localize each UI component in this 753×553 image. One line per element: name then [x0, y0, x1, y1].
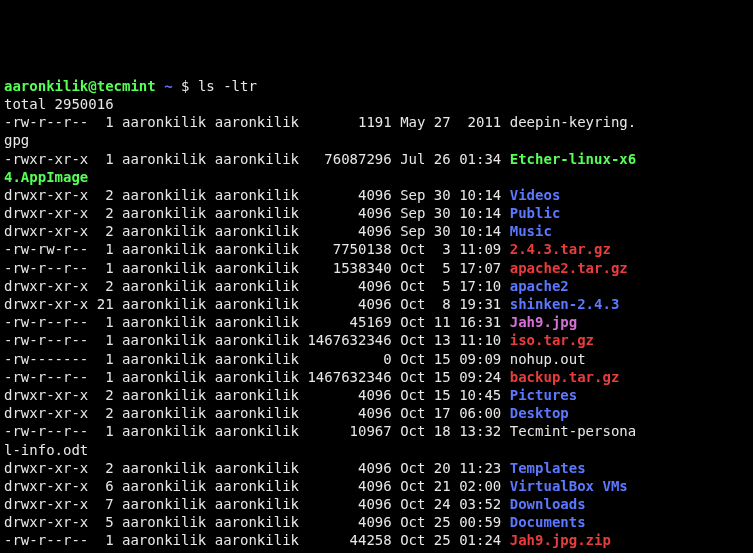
ls-meta: drwxr-xr-x 21 aaronkilik aaronkilik 4096… [4, 296, 510, 312]
ls-row: -rw-r--r-- 1 aaronkilik aaronkilik 14676… [4, 331, 749, 349]
ls-row: drwxr-xr-x 2 aaronkilik aaronkilik 4096 … [4, 204, 749, 222]
ls-meta: -rw-r--r-- 1 aaronkilik aaronkilik 44258… [4, 532, 510, 548]
ls-filename: Jah9.jpg [510, 314, 577, 330]
ls-row: -rw-r--r-- 1 aaronkilik aaronkilik 15383… [4, 259, 749, 277]
ls-filename-wrap: gpg [4, 132, 29, 148]
ls-row: drwxr-xr-x 6 aaronkilik aaronkilik 4096 … [4, 477, 749, 495]
terminal[interactable]: aaronkilik@tecmint ~ $ ls -ltrtotal 2950… [4, 77, 749, 553]
ls-filename: Desktop [510, 405, 569, 421]
ls-filename: 2.4.3.tar.gz [510, 241, 611, 257]
ls-row: drwxr-xr-x 2 aaronkilik aaronkilik 4096 … [4, 459, 749, 477]
ls-meta: -rw-r--r-- 1 aaronkilik aaronkilik 14676… [4, 332, 510, 348]
ls-filename: Videos [510, 187, 561, 203]
prompt-cwd: ~ [164, 78, 172, 94]
ls-meta: -rwxr-xr-x 1 aaronkilik aaronkilik 76087… [4, 151, 510, 167]
ls-filename: apache2 [510, 278, 569, 294]
ls-meta: drwxr-xr-x 2 aaronkilik aaronkilik 4096 … [4, 460, 510, 476]
ls-filename: Pictures [510, 387, 577, 403]
ls-row: -rw-r--r-- 1 aaronkilik aaronkilik 1191 … [4, 113, 749, 131]
ls-meta: drwxr-xr-x 7 aaronkilik aaronkilik 4096 … [4, 496, 510, 512]
ls-filename: Templates [510, 460, 586, 476]
prompt-user-host: aaronkilik@tecmint [4, 78, 156, 94]
ls-meta: drwxr-xr-x 2 aaronkilik aaronkilik 4096 … [4, 187, 510, 203]
ls-filename-wrap: 4.AppImage [4, 169, 88, 185]
ls-filename: apache2.tar.gz [510, 260, 628, 276]
command-line: aaronkilik@tecmint ~ $ ls -ltr [4, 77, 749, 95]
ls-filename: Downloads [510, 496, 586, 512]
ls-meta: -rw-r--r-- 1 aaronkilik aaronkilik 15383… [4, 260, 510, 276]
ls-row: drwxr-xr-x 2 aaronkilik aaronkilik 4096 … [4, 186, 749, 204]
ls-row: drwxr-xr-x 2 aaronkilik aaronkilik 4096 … [4, 404, 749, 422]
ls-meta: drwxr-xr-x 2 aaronkilik aaronkilik 4096 … [4, 387, 510, 403]
ls-row-wrap: l-info.odt [4, 441, 749, 459]
ls-row: -rw------- 1 aaronkilik aaronkilik 0 Oct… [4, 350, 749, 368]
ls-meta: -rw-r--r-- 1 aaronkilik aaronkilik 10967… [4, 423, 510, 439]
ls-filename: deepin-keyring. [510, 114, 636, 130]
ls-row: drwxr-xr-x 5 aaronkilik aaronkilik 4096 … [4, 513, 749, 531]
ls-row: -rw-rw-r-- 1 aaronkilik aaronkilik 77501… [4, 240, 749, 258]
total-line: total 2950016 [4, 95, 749, 113]
ls-meta: drwxr-xr-x 2 aaronkilik aaronkilik 4096 … [4, 223, 510, 239]
ls-filename: Music [510, 223, 552, 239]
ls-row: -rw-r--r-- 1 aaronkilik aaronkilik 10967… [4, 422, 749, 440]
ls-row: -rwxr-xr-x 1 aaronkilik aaronkilik 76087… [4, 150, 749, 168]
ls-meta: drwxr-xr-x 2 aaronkilik aaronkilik 4096 … [4, 278, 510, 294]
ls-row: drwxr-xr-x 2 aaronkilik aaronkilik 4096 … [4, 550, 749, 553]
ls-meta: drwxr-xr-x 5 aaronkilik aaronkilik 4096 … [4, 514, 510, 530]
ls-filename: shinken-2.4.3 [510, 296, 620, 312]
ls-row: drwxr-xr-x 2 aaronkilik aaronkilik 4096 … [4, 277, 749, 295]
ls-filename: Jah9.jpg.zip [510, 532, 611, 548]
ls-meta: drwxr-xr-x 2 aaronkilik aaronkilik 4096 … [4, 205, 510, 221]
ls-row-wrap: 4.AppImage [4, 168, 749, 186]
ls-row: -rw-r--r-- 1 aaronkilik aaronkilik 14676… [4, 368, 749, 386]
ls-filename: VirtualBox VMs [510, 478, 628, 494]
ls-meta: -rw------- 1 aaronkilik aaronkilik 0 Oct… [4, 351, 510, 367]
ls-filename: backup.tar.gz [510, 369, 620, 385]
ls-filename-wrap: l-info.odt [4, 442, 88, 458]
ls-row: -rw-r--r-- 1 aaronkilik aaronkilik 45169… [4, 313, 749, 331]
ls-meta: -rw-rw-r-- 1 aaronkilik aaronkilik 77501… [4, 241, 510, 257]
ls-row: drwxr-xr-x 2 aaronkilik aaronkilik 4096 … [4, 222, 749, 240]
ls-row: drwxr-xr-x 7 aaronkilik aaronkilik 4096 … [4, 495, 749, 513]
ls-filename: Etcher-linux-x6 [510, 151, 636, 167]
ls-filename: iso.tar.gz [510, 332, 594, 348]
ls-filename: Public [510, 205, 561, 221]
ls-filename: Tecmint-persona [510, 423, 636, 439]
ls-row: drwxr-xr-x 21 aaronkilik aaronkilik 4096… [4, 295, 749, 313]
command-text: ls -ltr [198, 78, 257, 94]
prompt-sigil: $ [181, 78, 189, 94]
ls-filename: nohup.out [510, 351, 586, 367]
ls-row: -rw-r--r-- 1 aaronkilik aaronkilik 44258… [4, 531, 749, 549]
ls-row: drwxr-xr-x 2 aaronkilik aaronkilik 4096 … [4, 386, 749, 404]
ls-meta: -rw-r--r-- 1 aaronkilik aaronkilik 1191 … [4, 114, 510, 130]
ls-row-wrap: gpg [4, 131, 749, 149]
ls-filename: Documents [510, 514, 586, 530]
ls-meta: drwxr-xr-x 6 aaronkilik aaronkilik 4096 … [4, 478, 510, 494]
ls-meta: -rw-r--r-- 1 aaronkilik aaronkilik 45169… [4, 314, 510, 330]
ls-meta: drwxr-xr-x 2 aaronkilik aaronkilik 4096 … [4, 405, 510, 421]
ls-meta: -rw-r--r-- 1 aaronkilik aaronkilik 14676… [4, 369, 510, 385]
